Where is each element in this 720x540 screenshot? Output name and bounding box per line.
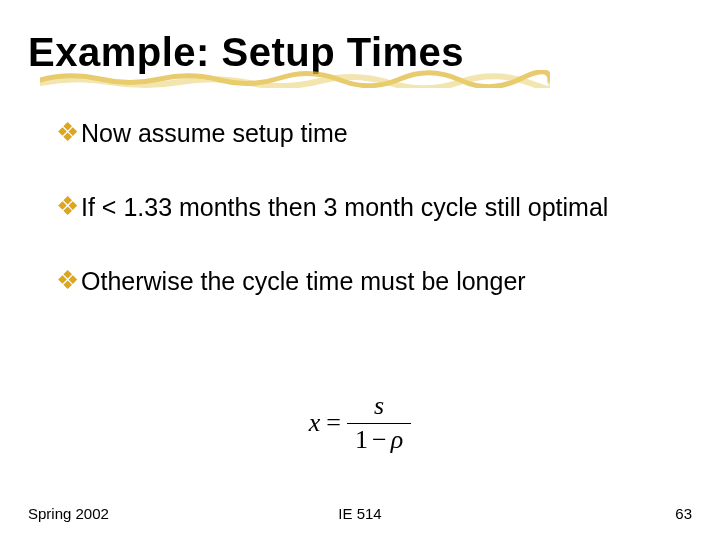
slide-title-wrap: Example: Setup Times [28,30,464,75]
bullet-glyph-icon: ❖ [56,190,79,222]
bullet-glyph-icon: ❖ [56,116,79,148]
formula-numerator: s [366,392,392,421]
formula-denom-right: ρ [391,425,403,454]
bullet-glyph-icon: ❖ [56,264,79,296]
bullet-item: ❖ Otherwise the cycle time must be longe… [56,264,680,298]
footer-center: IE 514 [249,505,470,522]
formula-inner: x = s 1−ρ [309,392,411,454]
formula-denom-left: 1 [355,425,368,454]
bullet-text: If < 1.33 months then 3 month cycle stil… [81,190,608,224]
bullet-item: ❖ Now assume setup time [56,116,680,150]
formula-fraction: s 1−ρ [347,392,411,454]
footer-right: 63 [471,505,692,522]
bullet-list: ❖ Now assume setup time ❖ If < 1.33 mont… [56,116,680,338]
formula-equals: = [326,408,341,438]
title-underline-decoration [40,70,550,88]
formula-denominator: 1−ρ [347,426,411,455]
formula-denom-minus: − [372,425,387,454]
formula-lhs: x [309,408,321,438]
bullet-text: Otherwise the cycle time must be longer [81,264,526,298]
bullet-text: Now assume setup time [81,116,348,150]
footer-left: Spring 2002 [28,505,249,522]
formula-bar [347,423,411,424]
formula: x = s 1−ρ [0,392,720,454]
bullet-item: ❖ If < 1.33 months then 3 month cycle st… [56,190,680,224]
slide-footer: Spring 2002 IE 514 63 [28,505,692,522]
slide-title: Example: Setup Times [28,30,464,75]
